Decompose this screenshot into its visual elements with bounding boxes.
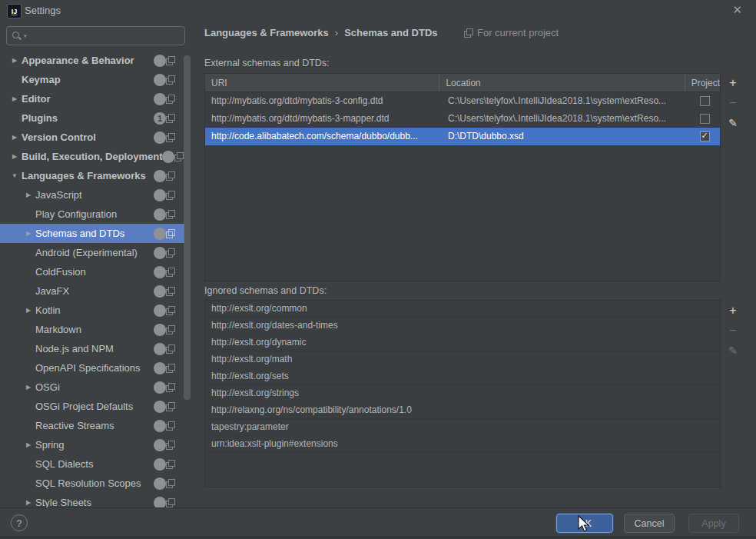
ignored-list-item[interactable]: http://exslt.org/dynamic xyxy=(205,334,720,351)
sidebar-item-editor[interactable]: ▶ Editor xyxy=(0,89,184,108)
sidebar-item-style-sheets[interactable]: ▶ Style Sheets xyxy=(0,493,184,507)
location-cell: C:\Users\telyfox\.IntelliJIdea2018.1\sys… xyxy=(442,95,689,106)
ignored-list-item[interactable]: tapestry:parameter xyxy=(205,419,720,436)
sidebar-item-version-control[interactable]: ▶ Version Control xyxy=(0,128,184,147)
settings-search-input[interactable]: ▾ xyxy=(6,26,185,45)
sidebar-item-javascript[interactable]: ▶ JavaScript xyxy=(0,185,184,205)
location-cell: C:\Users\telyfox\.IntelliJIdea2018.1\sys… xyxy=(442,113,689,124)
expand-arrow-icon[interactable]: ▶ xyxy=(22,230,35,237)
project-scope-icon xyxy=(166,421,175,431)
plugins-update-badge xyxy=(162,151,174,163)
plugins-update-badge xyxy=(154,458,166,471)
uri-cell: http://mybatis.org/dtd/mybatis-3-config.… xyxy=(205,95,442,106)
sidebar-item-languages-frameworks[interactable]: ▼ Languages & Frameworks xyxy=(0,166,184,185)
project-scope-icon xyxy=(166,498,175,507)
project-scope-icon xyxy=(166,229,175,238)
sidebar-item-osgi-project-defaults[interactable]: OSGi Project Defaults xyxy=(0,397,184,416)
apply-button: Apply xyxy=(688,514,739,533)
table-row[interactable]: http://mybatis.org/dtd/mybatis-3-mapper.… xyxy=(205,110,720,128)
project-checkbox[interactable] xyxy=(700,114,710,124)
remove-icon[interactable]: − xyxy=(729,95,736,115)
project-scope-icon xyxy=(166,133,175,142)
plugins-update-badge xyxy=(154,74,166,86)
close-icon[interactable]: ✕ xyxy=(732,3,742,17)
sidebar-item-keymap[interactable]: Keymap xyxy=(0,70,184,89)
project-checkbox[interactable] xyxy=(700,96,710,106)
search-icon xyxy=(12,31,22,42)
sidebar-item-appearance-behavior[interactable]: ▶ Appearance & Behavior xyxy=(0,51,184,70)
sidebar-item-label: Languages & Frameworks xyxy=(22,170,146,181)
project-scope-icon xyxy=(166,248,175,258)
sidebar-item-plugins[interactable]: Plugins 1 xyxy=(0,108,184,128)
sidebar-item-markdown[interactable]: Markdown xyxy=(0,320,184,339)
sidebar-item-build-execution-deployment[interactable]: ▶ Build, Execution, Deployment xyxy=(0,147,184,166)
breadcrumb-current: Schemas and DTDs xyxy=(344,27,437,38)
expand-arrow-icon[interactable]: ▶ xyxy=(22,441,35,448)
column-header-location[interactable]: Location xyxy=(439,74,685,91)
sidebar-item-javafx[interactable]: JavaFX xyxy=(0,281,184,301)
breadcrumb-separator-icon: › xyxy=(335,27,338,38)
sidebar-item-spring[interactable]: ▶ Spring xyxy=(0,435,184,454)
expand-arrow-icon[interactable]: ▶ xyxy=(22,384,35,391)
expand-arrow-icon[interactable]: ▶ xyxy=(8,134,22,141)
expand-arrow-icon[interactable]: ▶ xyxy=(22,307,35,314)
ignored-list-item[interactable]: http://exslt.org/math xyxy=(205,351,720,368)
sidebar-item-kotlin[interactable]: ▶ Kotlin xyxy=(0,301,184,320)
table-row[interactable]: http://mybatis.org/dtd/mybatis-3-config.… xyxy=(205,92,720,110)
project-checkbox[interactable] xyxy=(700,131,710,141)
ignored-list-item[interactable]: http://exslt.org/common xyxy=(205,301,720,318)
table-row[interactable]: http://code.alibabatech.com/schema/dubbo… xyxy=(205,128,720,145)
sidebar-item-node-js-and-npm[interactable]: Node.js and NPM xyxy=(0,339,184,358)
expand-arrow-icon[interactable]: ▶ xyxy=(22,499,35,506)
plugins-update-badge xyxy=(154,497,166,508)
sidebar-item-reactive-streams[interactable]: Reactive Streams xyxy=(0,416,184,435)
ignored-list-toolbar: + − ✎ xyxy=(725,302,741,362)
expand-arrow-icon[interactable]: ▶ xyxy=(8,95,22,102)
ignored-list-item[interactable]: http://relaxng.org/ns/compatibility/anno… xyxy=(205,402,720,419)
breadcrumb-parent[interactable]: Languages & Frameworks xyxy=(204,27,329,38)
plugins-update-badge xyxy=(154,93,166,105)
ok-button[interactable]: OK xyxy=(556,514,613,533)
project-scope-icon xyxy=(166,344,175,354)
column-header-project[interactable]: Project xyxy=(685,74,720,91)
sidebar-scrollbar[interactable] xyxy=(184,55,191,400)
sidebar-item-sql-dialects[interactable]: SQL Dialects xyxy=(0,454,184,474)
sidebar-item-label: Style Sheets xyxy=(35,497,91,507)
plugins-update-badge xyxy=(154,266,166,278)
sidebar-item-osgi[interactable]: ▶ OSGi xyxy=(0,378,184,397)
project-scope-icon xyxy=(166,460,175,469)
expand-arrow-icon[interactable]: ▼ xyxy=(8,172,22,179)
project-scope-icon xyxy=(166,402,175,411)
project-scope-icon xyxy=(166,114,175,123)
ignored-list-item[interactable]: http://exslt.org/dates-and-times xyxy=(205,318,720,334)
sidebar-item-coldfusion[interactable]: ColdFusion xyxy=(0,262,184,281)
expand-arrow-icon[interactable]: ▶ xyxy=(8,153,22,160)
sidebar-item-openapi-specifications[interactable]: OpenAPI Specifications xyxy=(0,358,184,378)
column-header-uri[interactable]: URI xyxy=(205,74,439,91)
sidebar-item-sql-resolution-scopes[interactable]: SQL Resolution Scopes xyxy=(0,474,184,493)
expand-arrow-icon[interactable]: ▶ xyxy=(8,57,22,64)
plugins-update-badge xyxy=(154,343,166,355)
remove-icon[interactable]: − xyxy=(729,322,736,342)
cancel-button[interactable]: Cancel xyxy=(624,514,675,533)
sidebar-item-label: JavaFX xyxy=(35,285,69,297)
add-icon[interactable]: + xyxy=(729,302,736,322)
ignored-list-item[interactable]: http://exslt.org/strings xyxy=(205,385,720,402)
edit-icon[interactable]: ✎ xyxy=(728,115,738,135)
ignored-list-item[interactable]: http://exslt.org/sets xyxy=(205,368,720,385)
help-button[interactable]: ? xyxy=(11,514,28,531)
expand-arrow-icon[interactable]: ▶ xyxy=(22,191,35,198)
sidebar-item-label: JavaScript xyxy=(35,189,82,201)
add-icon[interactable]: + xyxy=(729,75,736,95)
sidebar-item-schemas-and-dtds[interactable]: ▶ Schemas and DTDs xyxy=(0,224,184,243)
sidebar-item-android-experimental-[interactable]: Android (Experimental) xyxy=(0,243,184,262)
ignored-list-item[interactable]: urn:idea:xslt-plugin#extensions xyxy=(205,436,720,453)
search-history-dropdown-icon[interactable]: ▾ xyxy=(24,33,27,39)
sidebar-item-label: Schemas and DTDs xyxy=(35,228,124,239)
sidebar-item-play-configuration[interactable]: Play Configuration xyxy=(0,205,184,224)
edit-icon[interactable]: ✎ xyxy=(728,342,738,362)
titlebar: IJ Settings ✕ xyxy=(0,0,756,22)
sidebar-item-label: SQL Dialects xyxy=(35,458,93,470)
plugins-update-badge xyxy=(154,228,166,240)
external-table-toolbar: + − ✎ xyxy=(725,75,741,135)
